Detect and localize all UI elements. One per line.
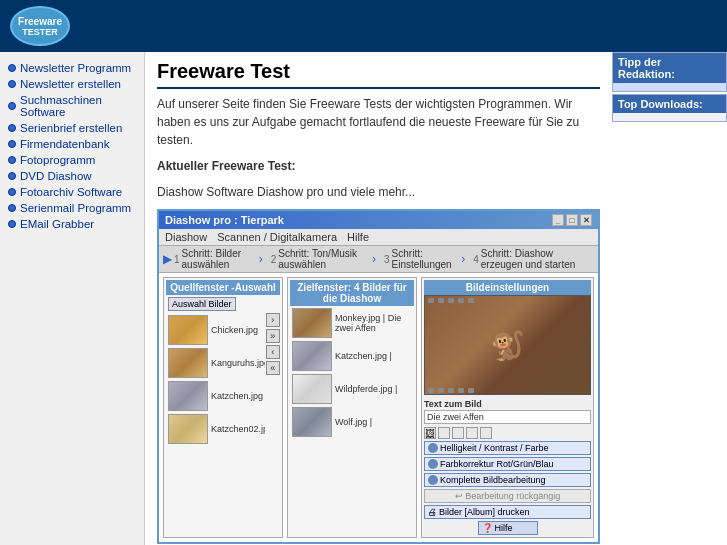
hole	[448, 388, 454, 393]
diashow-body: Quellfenster -Auswahl Auswahl Bilder Chi…	[159, 273, 598, 542]
sidebar-item[interactable]: Firmendatenbank	[4, 136, 140, 152]
thumb-item[interactable]: Katzchen02.jpg	[168, 414, 263, 444]
hole	[428, 388, 434, 393]
toolbar-step: ▶1 Schritt: Bilder auswählen	[163, 248, 251, 270]
close-button[interactable]: ✕	[580, 214, 592, 226]
sidebar-item-label: Fotoarchiv Software	[20, 186, 122, 198]
top-downloads-header: Top Downloads:	[613, 95, 726, 113]
ziel-thumb-image	[292, 341, 332, 371]
step-num: 3	[384, 254, 390, 265]
ziel-item[interactable]: Katzchen.jpg |	[292, 341, 412, 371]
icon-bar2	[438, 427, 450, 439]
ziel-thumb-image	[292, 308, 332, 338]
tipp-header: Tipp der Redaktion:	[613, 53, 726, 83]
hole	[458, 298, 464, 303]
step-num: 2	[271, 254, 277, 265]
help-button[interactable]: ❓ Hilfe	[478, 521, 538, 535]
text-zum-bild-label: Text zum Bild	[424, 399, 591, 409]
helligkeit-button[interactable]: Helligkeit / Kontrast / Farbe	[424, 441, 591, 455]
thumb-image	[168, 315, 208, 345]
sidebar-dot	[8, 80, 16, 88]
print-label: Bilder [Album] drucken	[439, 507, 530, 517]
undo-button[interactable]: ↩ Bearbeitung rückgängig	[424, 489, 591, 503]
ziel-label: Wildpferde.jpg |	[335, 384, 397, 394]
icon-bar: 🖼	[424, 427, 436, 439]
sidebar-item[interactable]: EMail Grabber	[4, 216, 140, 232]
bild-header: Bildeinstellungen	[424, 280, 591, 295]
help-label: Hilfe	[495, 523, 513, 533]
sidebar-item-label: Suchmaschinen Software	[20, 94, 136, 118]
logo-line1: Freeware	[18, 16, 62, 27]
sidebar-dot	[8, 102, 16, 110]
step-num: 1	[174, 254, 180, 265]
arrow-left-all-button[interactable]: «	[266, 361, 280, 375]
help-icon: ❓	[482, 523, 493, 533]
ziel-header: Zielfenster: 4 Bilder für die Diashow	[290, 280, 414, 306]
sidebar-item[interactable]: Fotoprogramm	[4, 152, 140, 168]
sidebar-item[interactable]: Serienmail Programm	[4, 200, 140, 216]
filmstrip-holes-bottom	[425, 386, 590, 394]
hole	[448, 298, 454, 303]
bildbearbeitung-button[interactable]: Komplette Bildbearbeitung	[424, 473, 591, 487]
step-arrow-icon: ›	[461, 252, 465, 266]
ziel-list: Monkey.jpg | Die zwei AffenKatzchen.jpg …	[290, 306, 414, 439]
thumb-item[interactable]: Chicken.jpg	[168, 315, 263, 345]
ziel-item[interactable]: Wolf.jpg |	[292, 407, 412, 437]
menu-item[interactable]: Scannen / Digitalkamera	[217, 231, 337, 243]
step-arrow-icon: ›	[372, 252, 376, 266]
tipp-content	[613, 83, 726, 91]
sidebar-dot	[8, 156, 16, 164]
arrow-right-button[interactable]: ›	[266, 313, 280, 327]
auswahl-bilder-button[interactable]: Auswahl Bilder	[168, 297, 236, 311]
arrow-right-all-button[interactable]: »	[266, 329, 280, 343]
sidebar-item[interactable]: Suchmaschinen Software	[4, 92, 140, 120]
right-sidebar: Tipp der Redaktion: Top Downloads:	[612, 52, 727, 545]
sidebar-item[interactable]: Serienbrief erstellen	[4, 120, 140, 136]
icon-bar5	[480, 427, 492, 439]
ziel-item[interactable]: Wildpferde.jpg |	[292, 374, 412, 404]
window-buttons: _ □ ✕	[552, 214, 592, 226]
farbkorrektur-label: Farbkorrektur Rot/Grün/Blau	[440, 459, 554, 469]
tipp-box: Tipp der Redaktion:	[612, 52, 727, 92]
panel-quellfenster: Quellfenster -Auswahl Auswahl Bilder Chi…	[163, 277, 283, 538]
ziel-label: Monkey.jpg | Die zwei Affen	[335, 313, 412, 333]
main-layout: Newsletter ProgrammNewsletter erstellenS…	[0, 52, 727, 545]
filmstrip-holes-top	[425, 296, 590, 304]
sidebar-item[interactable]: Newsletter erstellen	[4, 76, 140, 92]
step-label: Schritt: Bilder auswählen	[182, 248, 251, 270]
farbkorrektur-button[interactable]: Farbkorrektur Rot/Grün/Blau	[424, 457, 591, 471]
bildbearbeitung-label: Komplette Bildbearbeitung	[440, 475, 546, 485]
diashow-menubar: DiashowScannen / DigitalkameraHilfe	[159, 229, 598, 246]
thumb-label: Katzchen02.jpg	[211, 424, 265, 434]
sidebar-dot	[8, 172, 16, 180]
quell-header: Quellfenster -Auswahl	[166, 280, 280, 295]
ziel-thumb-image	[292, 407, 332, 437]
step-num: 4	[473, 254, 479, 265]
diashow-title: Diashow pro : Tierpark	[165, 214, 284, 226]
menu-item[interactable]: Diashow	[165, 231, 207, 243]
arrow-left-button[interactable]: ‹	[266, 345, 280, 359]
diashow-titlebar: Diashow pro : Tierpark _ □ ✕	[159, 211, 598, 229]
menu-item[interactable]: Hilfe	[347, 231, 369, 243]
quell-thumb-list: Chicken.jpgKanguruhs.jpgKatzchen.jpgKatz…	[166, 313, 265, 446]
ziel-item[interactable]: Monkey.jpg | Die zwei Affen	[292, 308, 412, 338]
step-label: Schritt: Einstellungen	[392, 248, 454, 270]
print-button[interactable]: 🖨 Bilder [Album] drucken	[424, 505, 591, 519]
hole	[428, 298, 434, 303]
content-area: Freeware Test Auf unserer Seite finden S…	[145, 52, 612, 545]
sidebar-item[interactable]: DVD Diashow	[4, 168, 140, 184]
thumb-item[interactable]: Kanguruhs.jpg	[168, 348, 263, 378]
sidebar: Newsletter ProgrammNewsletter erstellenS…	[0, 52, 145, 545]
sidebar-item[interactable]: Newsletter Programm	[4, 60, 140, 76]
aktuell-title: Aktueller Freeware Test:	[157, 157, 600, 175]
print-icon: 🖨	[428, 507, 437, 517]
thumb-item[interactable]: Katzchen.jpg	[168, 381, 263, 411]
thumb-label: Chicken.jpg	[211, 325, 258, 335]
toolbar-step: 4 Schritt: Diashow erzeugen und starten	[473, 248, 594, 270]
logo: Freeware TESTER	[10, 6, 70, 46]
maximize-button[interactable]: □	[566, 214, 578, 226]
arrow-buttons: › » ‹ «	[265, 313, 280, 375]
minimize-button[interactable]: _	[552, 214, 564, 226]
sidebar-item[interactable]: Fotoarchiv Software	[4, 184, 140, 200]
hole	[468, 388, 474, 393]
